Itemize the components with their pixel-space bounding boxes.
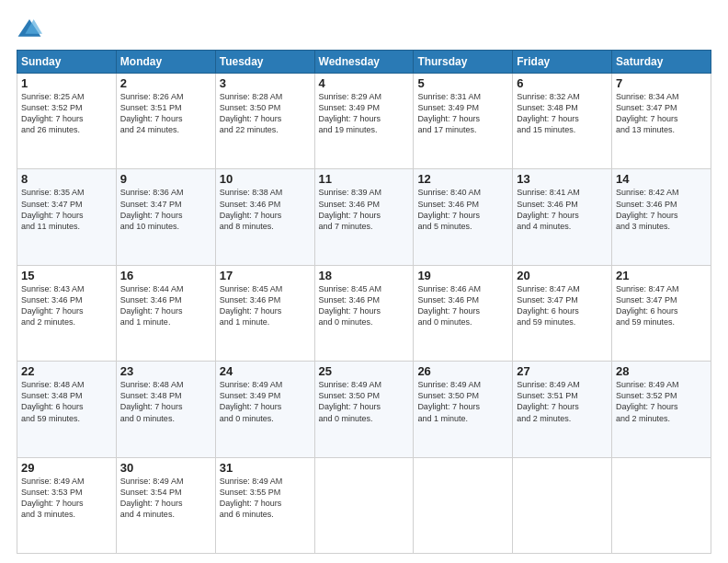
cell-info: Sunrise: 8:43 AM Sunset: 3:46 PM Dayligh… [21,283,112,328]
calendar-cell: 11Sunrise: 8:39 AM Sunset: 3:46 PM Dayli… [314,169,414,265]
day-number: 4 [319,76,410,90]
calendar-cell: 6Sunrise: 8:32 AM Sunset: 3:48 PM Daylig… [513,74,612,169]
calendar-cell: 14Sunrise: 8:42 AM Sunset: 3:46 PM Dayli… [612,169,711,265]
calendar-cell: 2Sunrise: 8:26 AM Sunset: 3:51 PM Daylig… [116,74,215,169]
calendar-cell: 3Sunrise: 8:28 AM Sunset: 3:50 PM Daylig… [215,74,314,169]
day-number: 21 [616,269,707,282]
cell-info: Sunrise: 8:34 AM Sunset: 3:47 PM Dayligh… [616,91,707,136]
day-number: 9 [120,172,211,186]
cell-info: Sunrise: 8:49 AM Sunset: 3:51 PM Dayligh… [517,379,608,424]
cell-info: Sunrise: 8:25 AM Sunset: 3:52 PM Dayligh… [21,91,112,136]
day-number: 2 [120,76,211,90]
logo [17,17,46,42]
cell-info: Sunrise: 8:48 AM Sunset: 3:48 PM Dayligh… [21,379,112,424]
cell-info: Sunrise: 8:39 AM Sunset: 3:46 PM Dayligh… [319,187,410,232]
day-number: 25 [319,364,410,378]
day-number: 18 [319,269,410,282]
calendar-cell: 5Sunrise: 8:31 AM Sunset: 3:49 PM Daylig… [414,74,513,169]
calendar-cell: 28Sunrise: 8:49 AM Sunset: 3:52 PM Dayli… [612,362,711,457]
calendar-cell: 29Sunrise: 8:49 AM Sunset: 3:53 PM Dayli… [17,457,117,553]
calendar-header: SundayMondayTuesdayWednesdayThursdayFrid… [17,51,711,74]
calendar-cell: 22Sunrise: 8:48 AM Sunset: 3:48 PM Dayli… [17,362,117,457]
day-number: 10 [220,172,311,186]
header-row: SundayMondayTuesdayWednesdayThursdayFrid… [17,51,711,74]
logo-icon [17,17,42,42]
cell-info: Sunrise: 8:47 AM Sunset: 3:47 PM Dayligh… [517,283,608,328]
page: SundayMondayTuesdayWednesdayThursdayFrid… [0,0,728,563]
calendar-cell: 31Sunrise: 8:49 AM Sunset: 3:55 PM Dayli… [215,457,314,553]
day-number: 14 [616,172,707,186]
calendar-cell: 10Sunrise: 8:38 AM Sunset: 3:46 PM Dayli… [215,169,314,265]
day-number: 6 [517,76,608,90]
calendar-week-3: 15Sunrise: 8:43 AM Sunset: 3:46 PM Dayli… [17,265,711,361]
day-number: 13 [517,172,608,186]
cell-info: Sunrise: 8:49 AM Sunset: 3:49 PM Dayligh… [220,379,311,424]
cell-info: Sunrise: 8:49 AM Sunset: 3:52 PM Dayligh… [616,379,707,424]
cell-info: Sunrise: 8:49 AM Sunset: 3:53 PM Dayligh… [21,476,112,521]
cell-info: Sunrise: 8:49 AM Sunset: 3:54 PM Dayligh… [120,476,211,521]
day-number: 29 [21,461,112,475]
cell-info: Sunrise: 8:42 AM Sunset: 3:46 PM Dayligh… [616,187,707,232]
calendar-cell: 8Sunrise: 8:35 AM Sunset: 3:47 PM Daylig… [17,169,117,265]
day-header-sunday: Sunday [17,51,117,74]
day-number: 26 [417,364,508,378]
day-number: 28 [616,364,707,378]
day-number: 19 [417,269,508,282]
calendar-cell: 30Sunrise: 8:49 AM Sunset: 3:54 PM Dayli… [116,457,215,553]
day-header-monday: Monday [116,51,215,74]
cell-info: Sunrise: 8:31 AM Sunset: 3:49 PM Dayligh… [417,91,508,136]
cell-info: Sunrise: 8:49 AM Sunset: 3:55 PM Dayligh… [220,476,311,521]
calendar-cell [513,457,612,553]
calendar-cell: 1Sunrise: 8:25 AM Sunset: 3:52 PM Daylig… [17,74,117,169]
day-number: 30 [120,461,211,475]
calendar-week-5: 29Sunrise: 8:49 AM Sunset: 3:53 PM Dayli… [17,457,711,553]
cell-info: Sunrise: 8:28 AM Sunset: 3:50 PM Dayligh… [220,91,311,136]
cell-info: Sunrise: 8:44 AM Sunset: 3:46 PM Dayligh… [120,283,211,328]
day-number: 11 [319,172,410,186]
cell-info: Sunrise: 8:45 AM Sunset: 3:46 PM Dayligh… [319,283,410,328]
day-header-tuesday: Tuesday [215,51,314,74]
calendar-cell [612,457,711,553]
day-number: 15 [21,269,112,282]
calendar-cell: 25Sunrise: 8:49 AM Sunset: 3:50 PM Dayli… [314,362,414,457]
calendar-cell: 17Sunrise: 8:45 AM Sunset: 3:46 PM Dayli… [215,265,314,361]
day-number: 1 [21,76,112,90]
cell-info: Sunrise: 8:48 AM Sunset: 3:48 PM Dayligh… [120,379,211,424]
cell-info: Sunrise: 8:40 AM Sunset: 3:46 PM Dayligh… [417,187,508,232]
cell-info: Sunrise: 8:46 AM Sunset: 3:46 PM Dayligh… [417,283,508,328]
day-number: 8 [21,172,112,186]
calendar-week-4: 22Sunrise: 8:48 AM Sunset: 3:48 PM Dayli… [17,362,711,457]
cell-info: Sunrise: 8:29 AM Sunset: 3:49 PM Dayligh… [319,91,410,136]
cell-info: Sunrise: 8:45 AM Sunset: 3:46 PM Dayligh… [220,283,311,328]
calendar-cell: 13Sunrise: 8:41 AM Sunset: 3:46 PM Dayli… [513,169,612,265]
calendar-cell: 4Sunrise: 8:29 AM Sunset: 3:49 PM Daylig… [314,74,414,169]
day-number: 7 [616,76,707,90]
day-number: 22 [21,364,112,378]
day-number: 5 [417,76,508,90]
calendar-cell: 20Sunrise: 8:47 AM Sunset: 3:47 PM Dayli… [513,265,612,361]
calendar-body: 1Sunrise: 8:25 AM Sunset: 3:52 PM Daylig… [17,74,711,554]
calendar-week-2: 8Sunrise: 8:35 AM Sunset: 3:47 PM Daylig… [17,169,711,265]
cell-info: Sunrise: 8:49 AM Sunset: 3:50 PM Dayligh… [417,379,508,424]
calendar-cell: 23Sunrise: 8:48 AM Sunset: 3:48 PM Dayli… [116,362,215,457]
cell-info: Sunrise: 8:26 AM Sunset: 3:51 PM Dayligh… [120,91,211,136]
calendar-cell: 24Sunrise: 8:49 AM Sunset: 3:49 PM Dayli… [215,362,314,457]
day-number: 20 [517,269,608,282]
day-number: 3 [220,76,311,90]
calendar-cell: 15Sunrise: 8:43 AM Sunset: 3:46 PM Dayli… [17,265,117,361]
calendar: SundayMondayTuesdayWednesdayThursdayFrid… [17,50,711,554]
calendar-cell: 12Sunrise: 8:40 AM Sunset: 3:46 PM Dayli… [414,169,513,265]
calendar-cell: 9Sunrise: 8:36 AM Sunset: 3:47 PM Daylig… [116,169,215,265]
calendar-cell: 16Sunrise: 8:44 AM Sunset: 3:46 PM Dayli… [116,265,215,361]
day-number: 17 [220,269,311,282]
calendar-cell: 21Sunrise: 8:47 AM Sunset: 3:47 PM Dayli… [612,265,711,361]
day-header-thursday: Thursday [414,51,513,74]
day-number: 31 [220,461,311,475]
calendar-cell: 27Sunrise: 8:49 AM Sunset: 3:51 PM Dayli… [513,362,612,457]
day-number: 12 [417,172,508,186]
cell-info: Sunrise: 8:36 AM Sunset: 3:47 PM Dayligh… [120,187,211,232]
day-header-saturday: Saturday [612,51,711,74]
calendar-cell: 18Sunrise: 8:45 AM Sunset: 3:46 PM Dayli… [314,265,414,361]
calendar-cell [414,457,513,553]
calendar-week-1: 1Sunrise: 8:25 AM Sunset: 3:52 PM Daylig… [17,74,711,169]
